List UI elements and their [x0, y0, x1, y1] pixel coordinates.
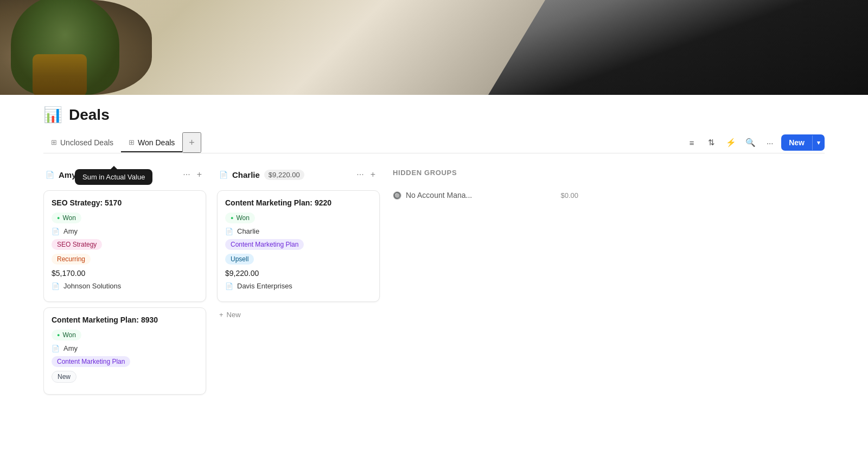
card-type-field: Recurring: [52, 254, 198, 265]
column-actions-amy: ··· +: [181, 169, 204, 181]
hidden-groups-column: Hidden groups 🔘 No Account Mana... $0.00: [391, 164, 580, 204]
card-type-field: New: [52, 371, 198, 383]
kanban-board: 📄 Amy $14,100.00 ··· + SEO Strategy: 517…: [43, 153, 825, 411]
column-amy: 📄 Amy $14,100.00 ··· + SEO Strategy: 517…: [43, 164, 206, 400]
tag-content-marketing: Content Marketing Plan: [52, 356, 130, 367]
automation-button[interactable]: ⚡: [723, 134, 739, 151]
assignee-icon: 📄: [52, 228, 60, 235]
card-assignee-field: 📄 Charlie: [225, 227, 372, 235]
column-add-charlie[interactable]: +: [368, 169, 378, 181]
tag-recurring: Recurring: [52, 254, 91, 265]
card-tags-field: Content Marketing Plan: [225, 239, 372, 250]
status-badge-won: Won: [52, 330, 81, 340]
column-icon-charlie: 📄: [219, 171, 228, 179]
hero-banner: [0, 0, 868, 95]
add-card-charlie[interactable]: + New: [217, 307, 380, 322]
new-button-label: New: [781, 134, 812, 151]
card-assignee-field: 📄 Amy: [52, 227, 198, 235]
more-button[interactable]: ···: [762, 134, 778, 151]
tabs-bar: ⊞ Unclosed Deals ⊞ Won Deals + ≡ ⇅ ⚡ 🔍 ·…: [43, 132, 825, 153]
card-amount: $9,220.00: [225, 269, 372, 278]
column-more-amy[interactable]: ···: [181, 169, 192, 181]
column-actions-charlie: ··· +: [354, 169, 378, 181]
assignee-icon: 📄: [52, 345, 60, 352]
card-content-marketing-9220[interactable]: Content Marketing Plan: 9220 Won 📄 Charl…: [217, 190, 380, 302]
new-button-chevron[interactable]: ▾: [812, 136, 825, 150]
tab-icon-unclosed: ⊞: [51, 138, 57, 146]
filter-button[interactable]: ≡: [684, 134, 700, 151]
column-sum-charlie: $9,220.00: [264, 170, 304, 180]
hidden-group-icon: 🔘: [393, 191, 401, 199]
new-button[interactable]: New ▾: [781, 134, 825, 151]
page-header: 📊 Deals: [43, 106, 825, 124]
page-title: Deals: [69, 106, 110, 124]
tab-unclosed-deals[interactable]: ⊞ Unclosed Deals: [43, 134, 121, 152]
company-icon: 📄: [225, 282, 233, 290]
tag-content-marketing: Content Marketing Plan: [225, 239, 304, 250]
add-icon: +: [219, 311, 224, 319]
card-type-field: Upsell: [225, 254, 372, 265]
column-more-charlie[interactable]: ···: [354, 169, 366, 181]
card-content-marketing-8930[interactable]: Content Marketing Plan: 8930 Won 📄 Amy C…: [43, 307, 206, 395]
pot-decoration: [33, 54, 87, 95]
card-title: Content Marketing Plan: 8930: [52, 316, 198, 324]
column-add-amy[interactable]: +: [195, 169, 204, 181]
hidden-group-name: No Account Mana...: [406, 191, 556, 199]
column-header-amy: 📄 Amy $14,100.00 ··· +: [43, 164, 206, 185]
tag-new: New: [52, 371, 76, 383]
card-amount: $5,170.00: [52, 269, 198, 278]
card-title: SEO Strategy: 5170: [52, 198, 198, 207]
tab-won-deals[interactable]: ⊞ Won Deals: [121, 134, 182, 152]
status-badge-won: Won: [225, 213, 255, 223]
card-company-field: 📄 Davis Enterprises: [225, 282, 372, 290]
toolbar-right: ≡ ⇅ ⚡ 🔍 ··· New ▾: [684, 134, 825, 151]
hidden-group-item: 🔘 No Account Mana... $0.00: [391, 186, 580, 204]
column-name-charlie: Charlie: [232, 170, 260, 179]
keyboard-decoration: [488, 0, 868, 95]
card-status-field: Won: [52, 330, 198, 340]
column-sum-amy: $14,100.00: [81, 170, 125, 180]
card-tags-field: SEO Strategy: [52, 239, 198, 250]
sort-button[interactable]: ⇅: [703, 134, 719, 151]
column-icon-amy: 📄: [46, 171, 54, 179]
page-icon: 📊: [43, 106, 62, 124]
column-charlie: 📄 Charlie $9,220.00 ··· + Content Market…: [217, 164, 380, 322]
column-header-charlie: 📄 Charlie $9,220.00 ··· +: [217, 164, 380, 185]
card-assignee-field: 📄 Amy: [52, 344, 198, 352]
status-badge-won: Won: [52, 213, 81, 223]
add-tab-button[interactable]: +: [182, 132, 201, 153]
page-content: 📊 Deals ⊞ Unclosed Deals ⊞ Won Deals + ≡…: [0, 95, 868, 422]
search-button[interactable]: 🔍: [742, 134, 758, 151]
card-status-field: Won: [225, 213, 372, 223]
company-icon: 📄: [52, 282, 60, 290]
card-company-field: 📄 Johnson Solutions: [52, 282, 198, 290]
hidden-groups-title: Hidden groups: [391, 164, 580, 181]
hidden-group-amount: $0.00: [560, 191, 578, 199]
tag-seo-strategy: SEO Strategy: [52, 239, 102, 250]
card-title: Content Marketing Plan: 9220: [225, 198, 372, 207]
tab-icon-won: ⊞: [129, 138, 135, 146]
card-seo-strategy-5170[interactable]: SEO Strategy: 5170 Won 📄 Amy SEO Strateg…: [43, 190, 206, 302]
tag-upsell: Upsell: [225, 254, 254, 265]
card-status-field: Won: [52, 213, 198, 223]
assignee-icon: 📄: [225, 228, 233, 235]
card-tags-field: Content Marketing Plan: [52, 356, 198, 367]
column-name-amy: Amy: [59, 170, 76, 179]
